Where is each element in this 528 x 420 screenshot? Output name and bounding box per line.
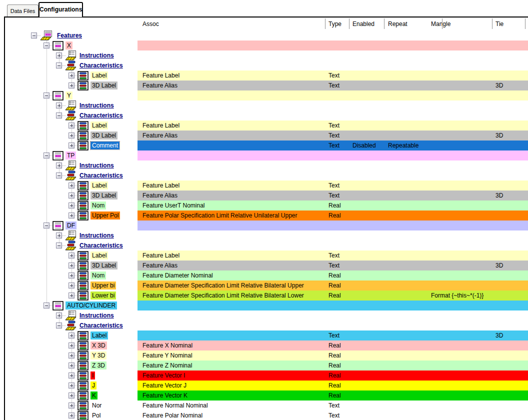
cell-tie-3d-label: 3D xyxy=(496,260,503,270)
collapse-toggle-tp[interactable] xyxy=(44,152,50,158)
collapse-toggle-characteristics[interactable] xyxy=(56,322,62,328)
expand-toggle-upper-pol[interactable] xyxy=(68,212,74,218)
characteristic-icon xyxy=(78,291,88,302)
tree-node-pol[interactable]: Pol xyxy=(90,412,102,420)
tree-node-j[interactable]: J xyxy=(90,382,96,390)
tree-node-label[interactable]: Label xyxy=(90,182,108,190)
expand-toggle-nom[interactable] xyxy=(68,202,74,208)
tree-node-characteristics[interactable]: Characteristics xyxy=(78,62,124,70)
collapse-toggle-y[interactable] xyxy=(44,92,50,98)
characteristic-icon xyxy=(78,81,88,92)
collapse-toggle-x[interactable] xyxy=(44,42,50,48)
tree-node-instructions[interactable]: Instructions xyxy=(78,312,116,320)
tree-node-z-3d[interactable]: Z 3D xyxy=(90,362,106,370)
tree-node-instructions[interactable]: Instructions xyxy=(78,102,116,110)
tree-node-label[interactable]: Label xyxy=(90,122,108,130)
tree-node-3d-label[interactable]: 3D Label xyxy=(90,192,118,200)
tree-node-upper-bi[interactable]: Upper bi xyxy=(90,282,116,290)
collapse-toggle-characteristics[interactable] xyxy=(56,172,62,178)
tree-node-x[interactable]: X xyxy=(66,42,72,50)
tree-node-characteristics[interactable]: Characteristics xyxy=(78,172,124,180)
tree-node-df[interactable]: DF xyxy=(66,222,76,230)
column-separator xyxy=(325,18,326,29)
cell-type-nor: Text xyxy=(328,400,340,410)
tree-node-k[interactable]: K xyxy=(90,392,98,400)
cell-type-j: Real xyxy=(328,380,341,390)
cell-type-nom: Real xyxy=(328,200,341,210)
cell-type-3d-label: Text xyxy=(328,80,340,90)
tree-node-3d-label[interactable]: 3D Label xyxy=(90,262,118,270)
tree-connector-line xyxy=(46,38,47,306)
tree-node-label[interactable]: Label xyxy=(90,332,108,340)
grid-row-x[interactable] xyxy=(138,40,528,50)
expand-toggle-label[interactable] xyxy=(68,332,74,338)
tree-node-nom[interactable]: Nom xyxy=(90,272,106,280)
characteristics-icon xyxy=(65,320,77,333)
expand-toggle-x-3d[interactable] xyxy=(68,342,74,348)
tree-node-y-3d[interactable]: Y 3D xyxy=(90,352,106,360)
grid-row-auto-cylinder[interactable] xyxy=(138,300,528,310)
collapse-toggle-df[interactable] xyxy=(44,222,50,228)
collapse-toggle-characteristics[interactable] xyxy=(56,242,62,248)
cell-type-label: Text xyxy=(328,120,340,130)
expand-toggle-label[interactable] xyxy=(68,252,74,258)
tree-node-x-3d[interactable]: X 3D xyxy=(90,342,107,350)
expand-toggle-i[interactable] xyxy=(68,372,74,378)
grid-row-df[interactable] xyxy=(138,220,528,230)
cell-assoc-nor: Feature Normal Nominal xyxy=(142,400,208,410)
tree-node-tp[interactable]: TP xyxy=(66,152,76,160)
tree-node-nom[interactable]: Nom xyxy=(90,202,106,210)
tree-node-nor[interactable]: Nor xyxy=(90,402,103,410)
collapse-toggle-characteristics[interactable] xyxy=(56,62,62,68)
tree-node-comment[interactable]: Comment xyxy=(90,142,120,150)
cell-tie-3d-label: 3D xyxy=(496,190,503,200)
tree-node-instructions[interactable]: Instructions xyxy=(78,52,116,60)
expand-toggle-label[interactable] xyxy=(68,122,74,128)
expand-toggle-instructions[interactable] xyxy=(56,312,62,318)
column-separator xyxy=(525,18,526,29)
tree-node-i[interactable]: I xyxy=(90,372,95,380)
expand-toggle-y-3d[interactable] xyxy=(68,352,74,358)
expand-toggle-3d-label[interactable] xyxy=(68,82,74,88)
tree-node-3d-label[interactable]: 3D Label xyxy=(90,132,118,140)
tab-data-files[interactable]: Data Files xyxy=(7,4,38,17)
grid-row-y[interactable] xyxy=(138,90,528,100)
tree-node-instructions[interactable]: Instructions xyxy=(78,232,116,240)
collapse-toggle-characteristics[interactable] xyxy=(56,112,62,118)
expand-toggle-instructions[interactable] xyxy=(56,162,62,168)
tab-configurations[interactable]: Configurations xyxy=(38,2,83,17)
expand-toggle-nom[interactable] xyxy=(68,272,74,278)
expand-toggle-k[interactable] xyxy=(68,392,74,398)
expand-toggle-z-3d[interactable] xyxy=(68,362,74,368)
expand-toggle-3d-label[interactable] xyxy=(68,262,74,268)
expand-toggle-label[interactable] xyxy=(68,72,74,78)
collapse-toggle-auto-cylinder[interactable] xyxy=(44,302,50,308)
tree-node-label[interactable]: Label xyxy=(90,72,108,80)
tree-node-features[interactable]: Features xyxy=(56,32,84,40)
tree-node-characteristics[interactable]: Characteristics xyxy=(78,322,124,330)
collapse-toggle-features[interactable] xyxy=(31,32,37,38)
expand-toggle-label[interactable] xyxy=(68,182,74,188)
expand-toggle-lower-bi[interactable] xyxy=(68,292,74,298)
tree-node-characteristics[interactable]: Characteristics xyxy=(78,112,124,120)
tree-node-instructions[interactable]: Instructions xyxy=(78,162,116,170)
tree-node-upper-pol[interactable]: Upper Pol xyxy=(90,212,120,220)
grid-row-tp[interactable] xyxy=(138,150,528,160)
expand-toggle-3d-label[interactable] xyxy=(68,132,74,138)
tree-node-auto-cylinder[interactable]: AUTO/CYLINDER xyxy=(66,302,117,310)
expand-toggle-instructions[interactable] xyxy=(56,232,62,238)
expand-toggle-nor[interactable] xyxy=(68,402,74,408)
expand-toggle-j[interactable] xyxy=(68,382,74,388)
tree-node-characteristics[interactable]: Characteristics xyxy=(78,242,124,250)
expand-toggle-pol[interactable] xyxy=(68,412,74,418)
expand-toggle-comment[interactable] xyxy=(68,142,74,148)
tree-node-y[interactable]: Y xyxy=(66,92,72,100)
column-separator xyxy=(442,18,442,29)
expand-toggle-3d-label[interactable] xyxy=(68,192,74,198)
tree-node-label[interactable]: Label xyxy=(90,252,108,260)
tree-node-lower-bi[interactable]: Lower bi xyxy=(90,292,116,300)
expand-toggle-instructions[interactable] xyxy=(56,52,62,58)
expand-toggle-instructions[interactable] xyxy=(56,102,62,108)
tree-node-3d-label[interactable]: 3D Label xyxy=(90,82,118,90)
expand-toggle-upper-bi[interactable] xyxy=(68,282,74,288)
